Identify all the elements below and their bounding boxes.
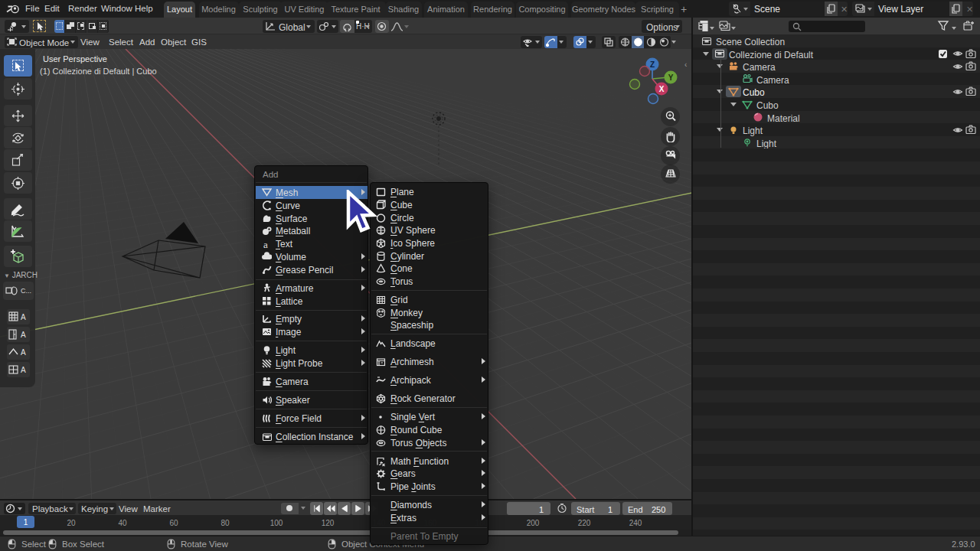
svg-text:Z: Z — [650, 60, 655, 69]
svg-text:a: a — [263, 239, 268, 249]
svg-text:X: X — [659, 85, 665, 93]
svg-text:Y: Y — [668, 73, 674, 82]
